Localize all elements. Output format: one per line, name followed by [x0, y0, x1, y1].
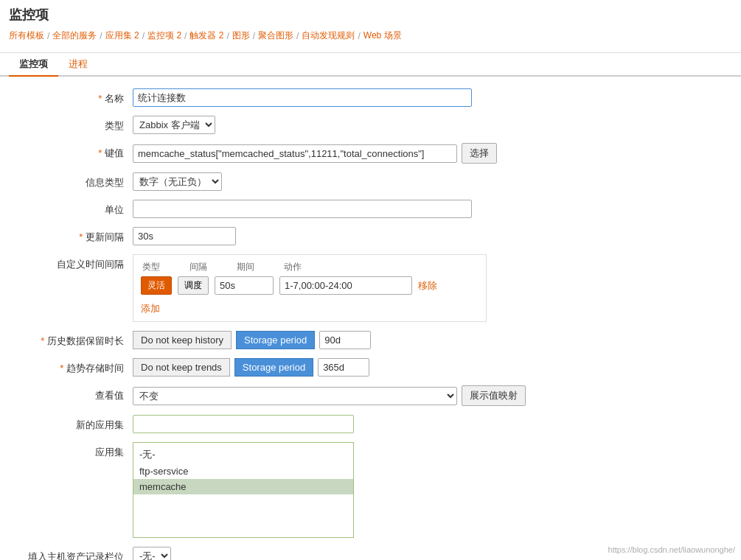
wrap-custom-time: 类型 间隔 期间 动作 灵活 调度 移除 添加 [133, 254, 726, 322]
input-key[interactable] [133, 144, 457, 163]
breadcrumb-item-1[interactable]: 全部的服务 [52, 29, 97, 42]
breadcrumb-item-8[interactable]: Web 场景 [363, 29, 402, 42]
label-new-app: 新的应用集 [15, 415, 133, 432]
custom-time-row: 灵活 调度 移除 [141, 276, 479, 295]
select-info-type[interactable]: 数字（无正负） [133, 172, 222, 191]
input-trends-value[interactable] [318, 358, 369, 377]
input-interval[interactable] [215, 276, 274, 295]
breadcrumb: 所有模板 / 全部的服务 / 应用集 2 / 监控项 2 / 触发器 2 / 图… [9, 29, 732, 42]
breadcrumb-item-4[interactable]: 触发器 2 [189, 29, 223, 42]
app-list-item-1[interactable]: ftp-sersvice [133, 463, 353, 479]
input-unit[interactable] [133, 200, 472, 218]
tab-process[interactable]: 进程 [58, 53, 98, 77]
label-lookup: 查看值 [15, 385, 133, 402]
breadcrumb-sep-2: / [142, 31, 145, 41]
input-new-app[interactable] [133, 415, 354, 433]
breadcrumb-sep-4: / [226, 31, 229, 41]
wrap-unit [133, 200, 726, 218]
label-type: 类型 [15, 116, 133, 133]
input-update-interval[interactable] [133, 227, 236, 245]
btn-storage-period-history[interactable]: Storage period [236, 331, 315, 349]
breadcrumb-sep-0: / [47, 31, 49, 41]
row-type: 类型 Zabbix 客户端 [15, 116, 726, 134]
select-type[interactable]: Zabbix 客户端 [133, 116, 215, 134]
col-type-label: 类型 [142, 261, 160, 273]
custom-time-header: 类型 间隔 期间 动作 [141, 261, 479, 273]
btn-select-key[interactable]: 选择 [462, 143, 497, 164]
row-name: 名称 [15, 88, 726, 107]
col-period-label: 期间 [237, 261, 254, 273]
label-update-interval: 更新间隔 [15, 227, 133, 244]
wrap-app-set: -无- ftp-sersvice memcache [133, 442, 726, 538]
row-update-interval: 更新间隔 [15, 227, 726, 245]
btn-schedule[interactable]: 调度 [178, 276, 209, 295]
label-info-type: 信息类型 [15, 172, 133, 189]
breadcrumb-item-2[interactable]: 应用集 2 [105, 29, 139, 42]
wrap-type: Zabbix 客户端 [133, 116, 726, 134]
page-header: 监控项 所有模板 / 全部的服务 / 应用集 2 / 监控项 2 / 触发器 2… [0, 0, 741, 53]
tab-bar: 监控项 进程 [0, 53, 741, 77]
app-list-box: -无- ftp-sersvice memcache [133, 442, 354, 538]
watermark: https://blog.csdn.net/liaowunonghe/ [608, 545, 735, 554]
breadcrumb-item-3[interactable]: 监控项 2 [147, 29, 181, 42]
link-remove[interactable]: 移除 [418, 279, 437, 293]
btn-no-history[interactable]: Do not keep history [133, 331, 232, 349]
breadcrumb-sep-7: / [358, 31, 360, 41]
row-trends: 趋势存储时间 Do not keep trends Storage period [15, 358, 726, 377]
link-add[interactable]: 添加 [141, 302, 160, 315]
wrap-history: Do not keep history Storage period [133, 331, 726, 349]
row-custom-time: 自定义时间间隔 类型 间隔 期间 动作 灵活 调度 移除 添加 [15, 254, 726, 322]
form-content: 名称 类型 Zabbix 客户端 键值 选择 信息类型 数字（无正负） 单位 [0, 77, 741, 560]
label-trends: 趋势存储时间 [15, 358, 133, 375]
label-history: 历史数据保留时长 [15, 331, 133, 348]
wrap-new-app [133, 415, 726, 433]
row-history: 历史数据保留时长 Do not keep history Storage per… [15, 331, 726, 349]
row-info-type: 信息类型 数字（无正负） [15, 172, 726, 191]
wrap-lookup: 不变 展示值映射 [133, 385, 726, 406]
label-name: 名称 [15, 88, 133, 105]
select-asset[interactable]: -无- [133, 547, 171, 560]
wrap-trends: Do not keep trends Storage period [133, 358, 726, 377]
select-lookup[interactable]: 不变 [133, 387, 457, 405]
breadcrumb-sep-1: / [100, 31, 102, 41]
row-new-app: 新的应用集 [15, 415, 726, 433]
page-title: 监控项 [9, 6, 732, 24]
btn-show-value-map[interactable]: 展示值映射 [462, 385, 526, 406]
breadcrumb-item-0[interactable]: 所有模板 [9, 29, 44, 42]
btn-flexible[interactable]: 灵活 [141, 276, 172, 295]
breadcrumb-item-6[interactable]: 聚合图形 [258, 29, 293, 42]
breadcrumb-sep-6: / [296, 31, 299, 41]
label-app-set: 应用集 [15, 442, 133, 459]
wrap-info-type: 数字（无正负） [133, 172, 726, 191]
app-list-item-0[interactable]: -无- [133, 446, 353, 463]
breadcrumb-sep-5: / [253, 31, 255, 41]
breadcrumb-sep-3: / [184, 31, 187, 41]
row-unit: 单位 [15, 200, 726, 218]
input-history-value[interactable] [319, 331, 371, 349]
row-app-set: 应用集 -无- ftp-sersvice memcache [15, 442, 726, 538]
label-unit: 单位 [15, 200, 133, 217]
col-interval-label: 间隔 [189, 261, 207, 273]
col-action-label: 动作 [284, 261, 302, 273]
app-list-item-2[interactable]: memcache [133, 479, 353, 494]
custom-time-section: 类型 间隔 期间 动作 灵活 调度 移除 添加 [133, 254, 487, 322]
label-key: 键值 [15, 143, 133, 160]
wrap-key: 选择 [133, 143, 726, 164]
label-custom-time: 自定义时间间隔 [15, 254, 133, 271]
wrap-update-interval [133, 227, 726, 245]
input-name[interactable] [133, 88, 472, 107]
row-key: 键值 选择 [15, 143, 726, 164]
label-asset: 填入主机资产记录栏位 [15, 547, 133, 560]
wrap-name [133, 88, 726, 107]
breadcrumb-item-5[interactable]: 图形 [232, 29, 250, 42]
tab-monitor-item[interactable]: 监控项 [9, 53, 58, 77]
breadcrumb-item-7[interactable]: 自动发现规则 [302, 29, 355, 42]
row-lookup: 查看值 不变 展示值映射 [15, 385, 726, 406]
btn-no-trends[interactable]: Do not keep trends [133, 358, 230, 377]
btn-storage-period-trends[interactable]: Storage period [234, 358, 313, 377]
input-period[interactable] [279, 276, 412, 295]
